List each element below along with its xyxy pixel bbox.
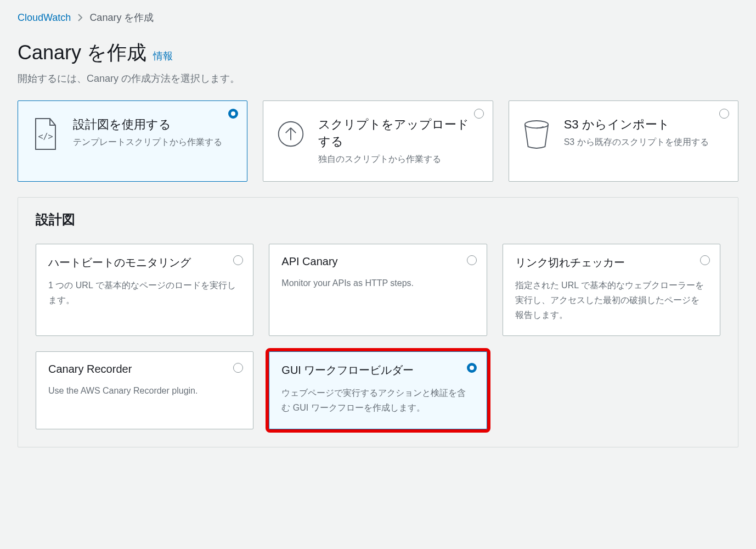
method-desc: S3 から既存のスクリプトを使用する <box>564 136 725 149</box>
breadcrumb-link-cloudwatch[interactable]: CloudWatch <box>18 12 71 24</box>
chevron-right-icon <box>77 14 83 21</box>
blueprint-desc: Monitor your APIs as HTTP steps. <box>281 276 474 290</box>
bucket-icon <box>522 116 551 152</box>
method-desc: 独自のスクリプトから作業する <box>318 153 479 166</box>
info-link[interactable]: 情報 <box>153 49 173 63</box>
radio-upload[interactable] <box>474 109 484 119</box>
method-card-upload[interactable]: スクリプトをアップロードする 独自のスクリプトから作業する <box>263 100 493 182</box>
radio-gui-workflow[interactable] <box>467 363 477 373</box>
method-card-s3[interactable]: S3 からインポート S3 から既存のスクリプトを使用する <box>509 100 738 182</box>
svg-text:</>: </> <box>38 132 53 142</box>
method-title: スクリプトをアップロードする <box>318 116 479 150</box>
blueprint-icon: </> <box>31 116 60 152</box>
method-card-blueprint[interactable]: </> 設計図を使用する テンプレートスクリプトから作業する <box>18 100 247 182</box>
blueprints-section-title: 設計図 <box>36 211 720 228</box>
svg-point-2 <box>524 121 548 128</box>
radio-api[interactable] <box>467 255 477 265</box>
blueprint-card-heartbeat[interactable]: ハートビートのモニタリング 1 つの URL で基本的なページのロードを実行しま… <box>36 244 253 337</box>
upload-icon <box>277 116 305 152</box>
breadcrumb: CloudWatch Canary を作成 <box>18 11 738 24</box>
page-title: Canary を作成 <box>18 40 146 66</box>
blueprint-card-recorder[interactable]: Canary Recorder Use the AWS Canary Recor… <box>36 351 253 429</box>
radio-blueprint[interactable] <box>228 109 238 119</box>
blueprint-title: Canary Recorder <box>48 363 241 376</box>
method-desc: テンプレートスクリプトから作業する <box>73 136 234 149</box>
blueprint-title: リンク切れチェッカー <box>515 255 708 270</box>
blueprint-card-linkchecker[interactable]: リンク切れチェッカー 指定された URL で基本的なウェブクローラーを実行し、ア… <box>503 244 720 337</box>
page-subtitle: 開始するには、Canary の作成方法を選択します。 <box>18 72 738 85</box>
blueprint-desc: Use the AWS Canary Recorder plugin. <box>48 383 241 398</box>
creation-method-group: </> 設計図を使用する テンプレートスクリプトから作業する スクリプトをアップ… <box>18 100 738 182</box>
blueprint-desc: 指定された URL で基本的なウェブクローラーを実行し、アクセスした最初の破損し… <box>515 278 708 323</box>
breadcrumb-current: Canary を作成 <box>89 11 154 24</box>
blueprint-card-api[interactable]: API Canary Monitor your APIs as HTTP ste… <box>269 244 487 337</box>
radio-heartbeat[interactable] <box>233 255 243 265</box>
radio-recorder[interactable] <box>233 363 243 373</box>
method-title: S3 からインポート <box>564 116 725 133</box>
method-title: 設計図を使用する <box>73 116 234 133</box>
blueprint-title: API Canary <box>281 255 474 268</box>
blueprint-title: ハートビートのモニタリング <box>48 255 241 270</box>
radio-s3[interactable] <box>719 109 729 119</box>
blueprint-title: GUI ワークフロービルダー <box>281 363 474 378</box>
blueprints-grid: ハートビートのモニタリング 1 つの URL で基本的なページのロードを実行しま… <box>18 238 738 447</box>
blueprint-desc: ウェブページで実行するアクションと検証を含む GUI ワークフローを作成します。 <box>281 385 474 415</box>
blueprint-desc: 1 つの URL で基本的なページのロードを実行します。 <box>48 278 241 307</box>
blueprints-panel: 設計図 ハートビートのモニタリング 1 つの URL で基本的なページのロードを… <box>18 197 738 447</box>
blueprint-card-gui-workflow[interactable]: GUI ワークフロービルダー ウェブページで実行するアクションと検証を含む GU… <box>269 351 487 429</box>
radio-linkchecker[interactable] <box>700 255 710 265</box>
